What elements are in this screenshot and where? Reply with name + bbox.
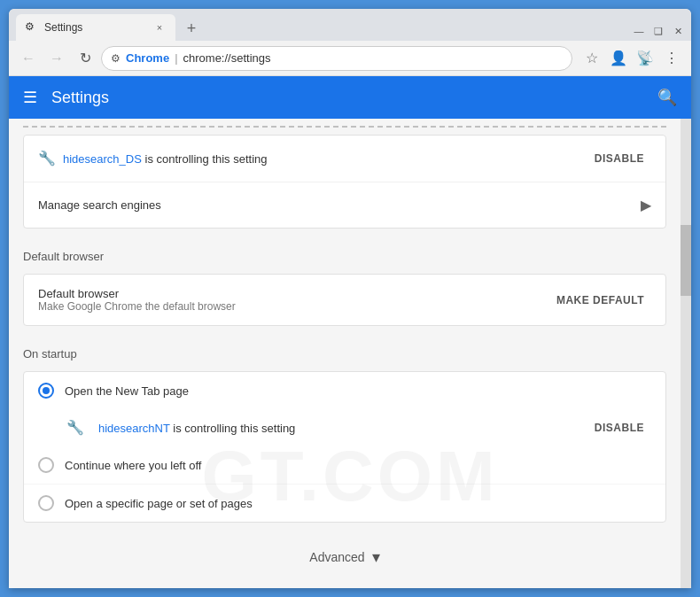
window-controls: — ❑ ✕ (633, 25, 684, 41)
address-bar[interactable]: ⚙ Chrome | chrome://settings (101, 46, 572, 71)
hidesearch-nt-controlling-row: 🔧 hidesearchNT is controlling this setti… (24, 409, 665, 446)
url-display: chrome://settings (183, 51, 271, 65)
app-header: ☰ Settings 🔍 (9, 76, 691, 119)
window-minimize-button[interactable]: — (633, 25, 645, 37)
page-title: Settings (51, 89, 109, 107)
startup-new-tab-label: Open the New Tab page (65, 384, 189, 398)
forward-button[interactable]: → (44, 46, 69, 71)
url-separator: | (175, 51, 177, 65)
tab-title-text: Settings (44, 21, 82, 34)
startup-option-specific-page[interactable]: Open a specific page or set of pages (24, 484, 665, 522)
radio-continue[interactable] (38, 457, 54, 473)
site-icon: ⚙ (111, 52, 121, 65)
disable-nt-button[interactable]: DISABLE (587, 418, 651, 438)
on-startup-section-title: On startup (9, 333, 681, 364)
tab-favicon: ⚙ (25, 20, 39, 35)
title-bar: ⚙ Settings × + — ❑ ✕ (9, 9, 691, 41)
default-browser-card: Default browser Make Google Chrome the d… (23, 274, 666, 326)
make-default-button[interactable]: MAKE DEFAULT (549, 291, 651, 310)
default-browser-label: Default browser (38, 287, 549, 300)
more-button[interactable]: ⋮ (659, 46, 684, 71)
scrollbar-thumb[interactable] (681, 225, 691, 296)
bookmark-button[interactable]: ☆ (579, 46, 604, 71)
disable-search-engine-button[interactable]: DISABLE (587, 149, 651, 168)
advanced-section[interactable]: Advanced ▾ (9, 530, 681, 585)
search-engine-card: 🔧 hidesearch_DS is controlling this sett… (23, 135, 666, 229)
back-button[interactable]: ← (16, 46, 41, 71)
tab-close-button[interactable]: × (152, 20, 167, 35)
cast-button[interactable]: 📡 (633, 46, 657, 71)
startup-option-continue[interactable]: Continue where you left off (24, 446, 665, 484)
controlling-text-suffix: is controlling this setting (145, 152, 268, 166)
new-tab-button[interactable]: + (179, 16, 204, 41)
advanced-label: Advanced (309, 550, 364, 564)
chrome-label: Chrome (126, 51, 169, 65)
search-icon[interactable]: 🔍 (657, 88, 677, 107)
nt-controlling-text-suffix: is controlling this setting (173, 422, 295, 435)
scrollbar[interactable] (681, 119, 691, 588)
hidesearch-nt-text: hidesearchNT is controlling this setting (98, 422, 580, 435)
manage-search-engines-row[interactable]: Manage search engines ▶ (24, 182, 665, 228)
extension-name-hidesearch-nt: hidesearchNT (98, 422, 170, 435)
browser-window: ⚙ Settings × + — ❑ ✕ ← → ↻ ⚙ Chrome | ch… (9, 9, 691, 588)
navigation-bar: ← → ↻ ⚙ Chrome | chrome://settings ☆ 👤 📡… (9, 41, 691, 76)
window-maximize-button[interactable]: ❑ (652, 25, 665, 37)
advanced-arrow-icon: ▾ (372, 547, 380, 567)
radio-dot-new-tab (43, 387, 50, 394)
default-browser-section-title: Default browser (9, 236, 681, 267)
hamburger-menu-icon[interactable]: ☰ (23, 88, 37, 107)
startup-continue-label: Continue where you left off (65, 459, 201, 472)
person-button[interactable]: 👤 (606, 46, 631, 71)
reload-button[interactable]: ↻ (73, 46, 97, 71)
hidesearch-nt-icon: 🔧 (66, 419, 84, 437)
content-area: 🔧 hidesearch_DS is controlling this sett… (9, 119, 681, 588)
radio-specific-page[interactable] (38, 495, 54, 511)
startup-specific-page-label: Open a specific page or set of pages (65, 497, 253, 510)
search-engine-controlling-row: 🔧 hidesearch_DS is controlling this sett… (24, 136, 665, 182)
main-content: 🔧 hidesearch_DS is controlling this sett… (9, 119, 691, 588)
browser-tab[interactable]: ⚙ Settings × (16, 14, 175, 41)
default-browser-row: Default browser Make Google Chrome the d… (24, 275, 665, 325)
nav-right-buttons: ☆ 👤 📡 ⋮ (579, 46, 684, 71)
search-controlling-text: hidesearch_DS is controlling this settin… (63, 152, 587, 166)
manage-search-arrow-icon: ▶ (641, 197, 651, 213)
startup-option-new-tab[interactable]: Open the New Tab page (24, 372, 665, 409)
extension-name-hidesearch-ds: hidesearch_DS (63, 152, 142, 166)
on-startup-card: Open the New Tab page 🔧 hidesearchNT is … (23, 371, 666, 523)
default-browser-sublabel: Make Google Chrome the default browser (38, 300, 549, 313)
radio-new-tab[interactable] (38, 383, 54, 399)
manage-search-engines-label: Manage search engines (38, 198, 641, 212)
hidesearch-ds-icon: 🔧 (38, 150, 56, 167)
settings-content: 🔧 hidesearch_DS is controlling this sett… (9, 126, 681, 588)
window-close-button[interactable]: ✕ (672, 25, 684, 37)
